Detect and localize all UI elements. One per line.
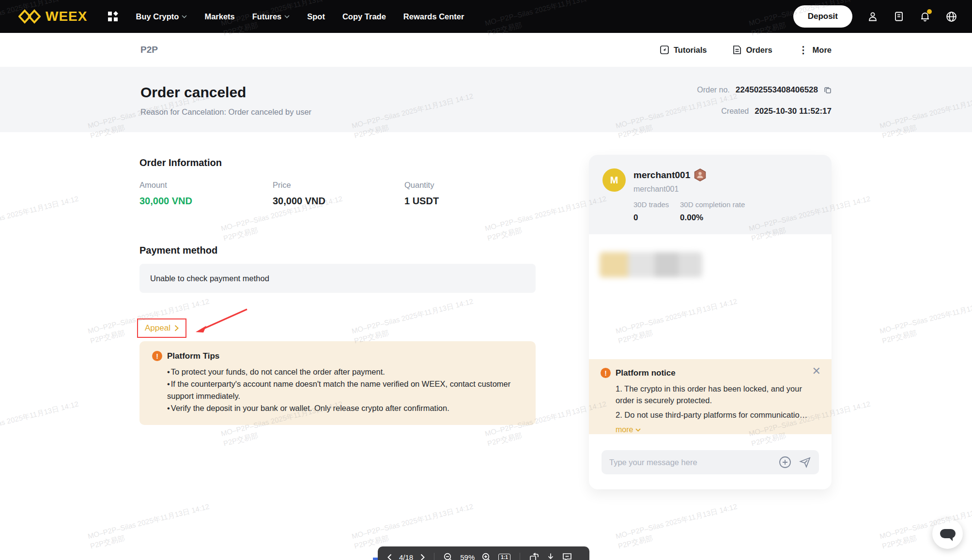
price-value: 30,000 VND — [273, 196, 404, 207]
zoom-in-button[interactable] — [482, 553, 491, 560]
brand-name: WEEX — [46, 9, 87, 24]
nav-markets[interactable]: Markets — [204, 12, 234, 21]
quantity-value: 1 USDT — [404, 196, 537, 207]
merchant-top-row: M merchant001 merchant001 — [602, 168, 818, 194]
trades-value: 0 — [633, 213, 680, 223]
order-meta-block: Order no. 224502553408406528 Created 202… — [697, 84, 832, 132]
tip-item: If the counterparty's account name doesn… — [167, 378, 523, 402]
quantity-field: Quantity 1 USDT — [404, 181, 537, 207]
cancel-reason: Reason for Cancelation: Order canceled b… — [140, 107, 311, 117]
nav-spot[interactable]: Spot — [307, 12, 325, 21]
actual-size-button[interactable]: 1:1 — [498, 554, 510, 560]
send-message-icon[interactable] — [799, 456, 811, 468]
language-globe-icon[interactable] — [945, 11, 957, 23]
close-icon[interactable]: ✕ — [812, 366, 821, 377]
page-indicator: 4/18 — [399, 553, 413, 560]
order-status-block: Order canceled Reason for Cancelation: O… — [140, 84, 311, 132]
order-information-heading: Order Information — [139, 157, 222, 168]
appeal-link[interactable]: Appeal — [137, 318, 186, 338]
platform-tips-list: To protect your funds, do not cancel the… — [152, 366, 523, 414]
merchant-name: merchant001 — [633, 170, 690, 181]
weex-logo-icon — [18, 9, 41, 24]
chat-bubble-icon — [940, 529, 956, 538]
order-status-strip: Order canceled Reason for Cancelation: O… — [0, 67, 972, 132]
nav-copy-trade[interactable]: Copy Trade — [342, 12, 386, 21]
created-value: 2025-10-30 11:52:17 — [755, 106, 832, 116]
tutorials-link[interactable]: Tutorials — [660, 45, 707, 55]
notifications-bell-icon[interactable] — [919, 11, 931, 22]
orders-link[interactable]: Orders — [733, 45, 772, 55]
merchant-subname: merchant001 — [633, 185, 706, 194]
warning-icon: ! — [601, 368, 611, 378]
support-chat-fab[interactable] — [932, 518, 963, 549]
deposit-button[interactable]: Deposit — [793, 5, 852, 28]
copy-order-no-icon[interactable] — [824, 86, 832, 94]
orders-label: Orders — [746, 45, 772, 55]
platform-tips-header: ! Platform Tips — [152, 351, 523, 361]
nav-buy-crypto-label: Buy Crypto — [136, 12, 179, 21]
page: WEEX Buy Crypto Markets Futures — [0, 0, 972, 560]
nav-copy-trade-label: Copy Trade — [342, 12, 386, 21]
merchant-avatar[interactable]: M — [602, 168, 626, 192]
amount-label: Amount — [139, 181, 273, 190]
rotate-button[interactable] — [529, 553, 539, 560]
nav-buy-crypto[interactable]: Buy Crypto — [136, 12, 187, 21]
download-button[interactable] — [546, 553, 555, 560]
message-input[interactable] — [609, 458, 779, 467]
top-navigation: WEEX Buy Crypto Markets Futures — [0, 0, 972, 33]
merchant-info-section: M merchant001 merchant001 — [589, 155, 832, 234]
nav-rewards-center-label: Rewards Center — [403, 12, 464, 21]
created-label: Created — [721, 107, 749, 116]
price-field: Price 30,000 VND — [273, 181, 404, 207]
main-content: Order Information Amount 30,000 VND Pric… — [0, 132, 972, 560]
completion-rate-label: 30D completion rate — [680, 200, 818, 209]
nav-futures[interactable]: Futures — [252, 12, 290, 21]
nav-right-cluster: Deposit — [793, 5, 957, 28]
bronze-badge-icon — [694, 168, 706, 182]
trades-label: 30D trades — [633, 200, 680, 209]
tutorials-icon — [660, 45, 669, 55]
subnav-actions: Tutorials Orders ⋮ More — [660, 44, 832, 56]
page-title: P2P — [140, 45, 158, 55]
nav-spot-label: Spot — [307, 12, 325, 21]
notice-more-link[interactable]: more — [616, 425, 641, 434]
viewer-toolbar: 4/18 59% 1:1 — [378, 546, 589, 560]
toolbar-divider — [520, 553, 520, 560]
weex-logo[interactable]: WEEX — [18, 9, 87, 24]
order-number-row: Order no. 224502553408406528 — [697, 84, 832, 96]
created-row: Created 2025-10-30 11:52:17 — [697, 106, 832, 117]
chat-message-area — [589, 234, 832, 359]
order-fields: Amount 30,000 VND Price 30,000 VND Quant… — [139, 181, 537, 207]
chevron-down-icon — [635, 428, 641, 432]
feedback-comment-button[interactable] — [562, 553, 572, 560]
notification-dot — [927, 9, 932, 14]
chat-input-section — [589, 434, 832, 489]
more-label: More — [813, 45, 832, 55]
chat-input-box — [602, 450, 819, 474]
user-profile-icon[interactable] — [867, 11, 879, 22]
zoom-out-button[interactable] — [444, 553, 453, 560]
tutorials-label: Tutorials — [674, 45, 707, 55]
orders-history-icon[interactable] — [893, 11, 905, 22]
notice-line: 1. The crypto in this order has been loc… — [616, 383, 819, 406]
more-menu[interactable]: ⋮ More — [799, 44, 832, 56]
next-page-button[interactable] — [420, 554, 425, 560]
toolbar-divider — [434, 553, 434, 560]
quantity-label: Quantity — [404, 181, 537, 190]
tip-item: To protect your funds, do not cancel the… — [167, 366, 523, 378]
apps-grid-icon[interactable] — [108, 11, 118, 22]
attach-plus-icon[interactable] — [779, 456, 791, 469]
previous-page-button[interactable] — [387, 554, 392, 560]
nav-rewards-center[interactable]: Rewards Center — [403, 12, 464, 21]
price-label: Price — [273, 181, 404, 190]
nav-futures-label: Futures — [252, 12, 282, 21]
merchant-stats: 30D trades 30D completion rate 0 0.00% — [633, 200, 818, 223]
merchant-chat-card: M merchant001 merchant001 — [589, 155, 832, 489]
completion-rate-value: 0.00% — [680, 213, 818, 223]
platform-notice-panel: ! Platform notice ✕ 1. The crypto in thi… — [589, 359, 832, 434]
appeal-label: Appeal — [145, 323, 170, 333]
amount-value: 30,000 VND — [139, 196, 273, 207]
amount-field: Amount 30,000 VND — [139, 181, 273, 207]
platform-tips-title: Platform Tips — [167, 351, 219, 361]
order-no-label: Order no. — [697, 86, 730, 94]
